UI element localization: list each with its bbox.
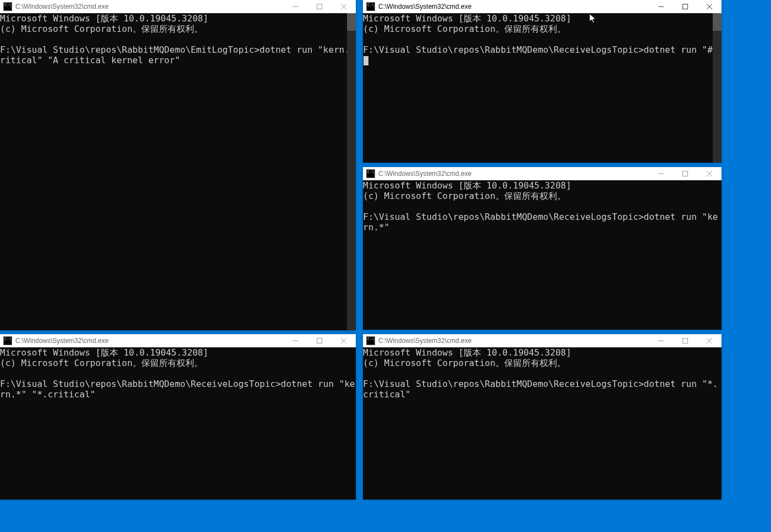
minimize-button[interactable]	[649, 0, 673, 13]
minimize-button[interactable]	[283, 334, 307, 347]
cmd-window[interactable]: C:\Windows\System32\cmd.exeMicrosoft Win…	[363, 167, 722, 330]
titlebar[interactable]: C:\Windows\System32\cmd.exe	[363, 0, 722, 13]
banner-line: Microsoft Windows [版本 10.0.19045.3208]	[363, 347, 722, 358]
cmd-icon	[366, 169, 375, 178]
prompt-line: F:\Visual Studio\repos\RabbitMQDemo\Rece…	[363, 212, 722, 232]
terminal-output[interactable]: Microsoft Windows [版本 10.0.19045.3208](c…	[0, 347, 356, 500]
svg-rect-9	[683, 171, 688, 176]
minimize-button[interactable]	[649, 167, 673, 180]
text-cursor	[364, 56, 368, 65]
scrollbar-thumb[interactable]	[347, 13, 356, 31]
close-button[interactable]	[332, 334, 356, 347]
terminal-output[interactable]: Microsoft Windows [版本 10.0.19045.3208](c…	[0, 13, 356, 330]
prompt-line: F:\Visual Studio\repos\RabbitMQDemo\Rece…	[0, 379, 356, 400]
window-title: C:\Windows\System32\cmd.exe	[378, 170, 471, 178]
window-title: C:\Windows\System32\cmd.exe	[378, 3, 471, 10]
titlebar[interactable]: C:\Windows\System32\cmd.exe	[0, 0, 356, 13]
terminal-output[interactable]: Microsoft Windows [版本 10.0.19045.3208](c…	[363, 180, 722, 330]
banner-line: (c) Microsoft Corporation。保留所有权利。	[363, 191, 722, 201]
close-button[interactable]	[697, 334, 722, 347]
cmd-icon	[3, 2, 12, 11]
maximize-button[interactable]	[307, 334, 332, 347]
banner-line: (c) Microsoft Corporation。保留所有权利。	[363, 24, 722, 34]
cmd-icon	[366, 336, 375, 345]
prompt-line: F:\Visual Studio\repos\RabbitMQDemo\Rece…	[363, 45, 722, 65]
svg-rect-5	[683, 4, 688, 9]
desktop: C:\Windows\System32\cmd.exeMicrosoft Win…	[0, 0, 771, 532]
minimize-button[interactable]	[283, 0, 307, 13]
cmd-icon	[366, 2, 375, 11]
scrollbar-thumb[interactable]	[713, 13, 722, 31]
banner-line: (c) Microsoft Corporation。保留所有权利。	[0, 358, 356, 368]
banner-line: Microsoft Windows [版本 10.0.19045.3208]	[0, 13, 356, 24]
maximize-button[interactable]	[673, 167, 697, 180]
prompt-line: F:\Visual Studio\repos\RabbitMQDemo\Rece…	[363, 379, 722, 400]
scrollbar[interactable]	[713, 13, 722, 163]
titlebar[interactable]: C:\Windows\System32\cmd.exe	[363, 334, 722, 347]
maximize-button[interactable]	[307, 0, 332, 13]
command: dotnet run "#"	[644, 45, 718, 55]
cmd-icon	[3, 336, 12, 345]
banner-line: Microsoft Windows [版本 10.0.19045.3208]	[363, 180, 722, 191]
prompt: F:\Visual Studio\repos\RabbitMQDemo\Rece…	[363, 45, 644, 55]
prompt: F:\Visual Studio\repos\RabbitMQDemo\Emit…	[0, 45, 260, 55]
prompt-line: F:\Visual Studio\repos\RabbitMQDemo\Emit…	[0, 45, 356, 65]
terminal-output[interactable]: Microsoft Windows [版本 10.0.19045.3208](c…	[363, 13, 722, 163]
cmd-window[interactable]: C:\Windows\System32\cmd.exeMicrosoft Win…	[0, 334, 356, 500]
close-button[interactable]	[697, 167, 722, 180]
window-title: C:\Windows\System32\cmd.exe	[15, 337, 108, 345]
cmd-window[interactable]: C:\Windows\System32\cmd.exeMicrosoft Win…	[0, 0, 356, 330]
cmd-window[interactable]: C:\Windows\System32\cmd.exeMicrosoft Win…	[363, 0, 722, 163]
window-title: C:\Windows\System32\cmd.exe	[15, 3, 108, 10]
banner-line: (c) Microsoft Corporation。保留所有权利。	[0, 24, 356, 34]
close-button[interactable]	[332, 0, 356, 13]
close-button[interactable]	[697, 0, 722, 13]
svg-rect-17	[683, 339, 688, 343]
prompt: F:\Visual Studio\repos\RabbitMQDemo\Rece…	[0, 379, 281, 389]
maximize-button[interactable]	[673, 334, 697, 347]
window-title: C:\Windows\System32\cmd.exe	[378, 337, 471, 345]
maximize-button[interactable]	[673, 0, 697, 13]
minimize-button[interactable]	[649, 334, 673, 347]
terminal-output[interactable]: Microsoft Windows [版本 10.0.19045.3208](c…	[363, 347, 722, 500]
scrollbar[interactable]	[347, 13, 356, 330]
prompt: F:\Visual Studio\repos\RabbitMQDemo\Rece…	[363, 379, 644, 389]
banner-line: Microsoft Windows [版本 10.0.19045.3208]	[363, 13, 722, 24]
banner-line: (c) Microsoft Corporation。保留所有权利。	[363, 358, 722, 368]
prompt: F:\Visual Studio\repos\RabbitMQDemo\Rece…	[363, 212, 644, 222]
cmd-window[interactable]: C:\Windows\System32\cmd.exeMicrosoft Win…	[363, 334, 722, 500]
svg-rect-13	[317, 339, 322, 343]
banner-line: Microsoft Windows [版本 10.0.19045.3208]	[0, 347, 356, 358]
titlebar[interactable]: C:\Windows\System32\cmd.exe	[0, 334, 356, 347]
titlebar[interactable]: C:\Windows\System32\cmd.exe	[363, 167, 722, 180]
svg-rect-1	[317, 4, 322, 9]
